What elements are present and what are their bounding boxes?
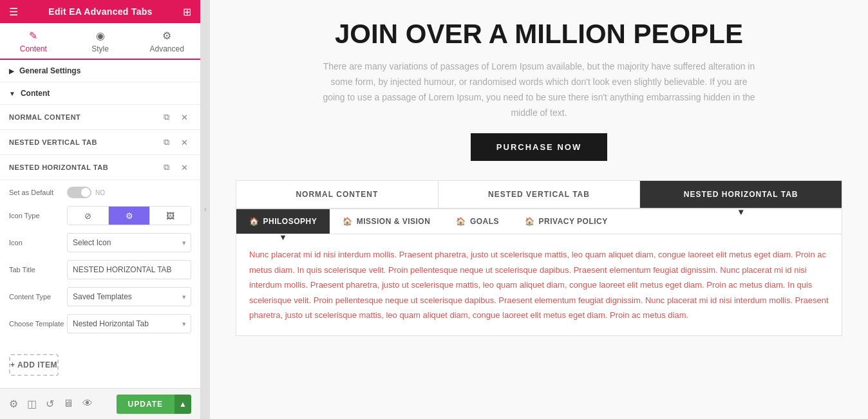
set-as-default-label: Set as Default [9,189,67,196]
content-type-row: Content Type Saved Templates [9,287,191,306]
toggle-no-label: NO [95,189,105,196]
general-settings-label: General Settings [19,66,80,75]
main-heading: JOIN OVER A MILLION PEOPLE [236,19,842,49]
device-icon[interactable]: 🖥 [63,398,73,410]
sub-tab-mission-label: MISSION & VISION [357,217,431,226]
mission-icon: 🏠 [343,217,353,226]
sub-tabs-nav: 🏠 PHILOSOPHY 🏠 MISSION & VISION 🏠 GOALS … [236,209,842,234]
tab-body-text: Nunc placerat mi id nisi interdum mollis… [249,247,829,322]
choose-template-row: Choose Template Nested Horizontal Tab [9,314,191,333]
item-row-nested-vertical: NESTED VERTICAL TAB ⧉ ✕ [0,130,200,155]
tab-style-label: Style [91,44,109,53]
tab-advanced[interactable]: ⚙ Advanced [133,23,200,60]
delete-normal-btn[interactable]: ✕ [177,110,191,124]
bottom-bar: ⚙ ◫ ↺ 🖥 👁 UPDATE ▲ [0,388,200,419]
content-section-header[interactable]: ▼ Content [0,82,200,105]
main-tab-nested-vertical[interactable]: NESTED VERTICAL TAB [439,181,641,208]
content-type-select-wrap: Saved Templates [67,287,191,306]
set-as-default-toggle[interactable] [67,187,91,198]
collapse-handle[interactable]: ‹ [201,0,210,419]
tab-title-input[interactable] [67,260,191,279]
bottom-icons: ⚙ ◫ ↺ 🖥 👁 [9,398,93,410]
general-settings-arrow: ▶ [9,68,14,75]
history-icon[interactable]: ↺ [46,398,54,410]
item-actions-nested-horizontal: ⧉ ✕ [159,160,191,174]
hamburger-icon[interactable]: ☰ [9,6,18,18]
icon-type-row: Icon Type ⊘ ⚙ 🖼 [9,206,191,225]
purchase-btn[interactable]: PURCHASE NOW [471,133,607,161]
tab-title-field-group [67,260,191,279]
duplicate-nested-horizontal-btn[interactable]: ⧉ [159,160,173,174]
form-section: Set as Default NO Icon Type ⊘ ⚙ 🖼 [0,180,200,348]
sub-tab-privacy[interactable]: 🏠 PRIVACY POLICY [512,209,621,234]
panel-content: ▶ General Settings ▼ Content NORMAL CONT… [0,60,200,388]
update-arrow-btn[interactable]: ▲ [175,395,191,414]
item-row-normal: NORMAL CONTENT ⧉ ✕ [0,105,200,130]
icon-row: Icon Select Icon [9,233,191,252]
right-panel: JOIN OVER A MILLION PEOPLE There are man… [210,0,868,419]
icon-select[interactable]: Select Icon [67,233,191,252]
update-btn-group: UPDATE ▲ [117,395,191,414]
delete-nested-horizontal-btn[interactable]: ✕ [177,160,191,174]
grid-icon[interactable]: ⊞ [183,6,191,18]
sub-tab-philosophy[interactable]: 🏠 PHILOSOPHY [236,209,330,234]
toggle-thumb [81,188,90,197]
icon-type-gear-btn[interactable]: ⚙ [109,207,150,225]
update-btn[interactable]: UPDATE [117,395,175,414]
content-tab-icon: ✎ [29,30,37,42]
icon-type-group: ⊘ ⚙ 🖼 [67,206,191,225]
icon-type-label: Icon Type [9,212,67,219]
choose-template-select[interactable]: Nested Horizontal Tab [67,314,191,333]
sub-tab-philosophy-label: PHILOSOPHY [263,217,317,226]
item-actions-nested-vertical: ⧉ ✕ [159,135,191,149]
tab-content[interactable]: ✎ Content [0,23,67,60]
icon-type-circle-btn[interactable]: ⊘ [68,207,109,225]
content-type-label: Content Type [9,293,67,301]
icon-type-image-btn[interactable]: 🖼 [150,207,191,225]
layers-icon[interactable]: ◫ [27,398,37,410]
style-tab-icon: ◉ [96,30,105,42]
icon-select-wrap: Select Icon [67,233,191,252]
top-bar-title: Edit EA Advanced Tabs [48,6,152,17]
main-tab-normal[interactable]: NORMAL CONTENT [236,181,439,208]
item-label-nested-horizontal: NESTED HORIZONTAL TAB [9,163,159,171]
content-section-arrow: ▼ [9,90,15,97]
general-settings-header[interactable]: ▶ General Settings [0,60,200,82]
tab-nav: ✎ Content ◉ Style ⚙ Advanced [0,23,200,60]
icon-label: Icon [9,239,67,247]
content-section-label: Content [21,89,50,98]
choose-template-select-wrap: Nested Horizontal Tab [67,314,191,333]
sub-tab-goals[interactable]: 🏠 GOALS [443,209,512,234]
set-as-default-row: Set as Default NO [9,187,191,198]
delete-nested-vertical-btn[interactable]: ✕ [177,135,191,149]
add-item-btn[interactable]: + ADD ITEM [9,354,59,376]
tab-title-row: Tab Title [9,260,191,279]
item-row-nested-horizontal: NESTED HORIZONTAL TAB ⧉ ✕ [0,155,200,180]
tab-advanced-label: Advanced [149,44,184,53]
top-bar: ☰ Edit EA Advanced Tabs ⊞ [0,0,200,23]
duplicate-normal-btn[interactable]: ⧉ [159,110,173,124]
tab-content-area: Nunc placerat mi id nisi interdum mollis… [236,234,842,335]
main-description: There are many variations of passages of… [320,59,758,120]
eye-icon[interactable]: 👁 [82,398,93,410]
item-label-nested-vertical: NESTED VERTICAL TAB [9,138,159,146]
philosophy-icon: 🏠 [249,217,259,226]
item-actions-normal: ⧉ ✕ [159,110,191,124]
content-type-select[interactable]: Saved Templates [67,287,191,306]
tab-style[interactable]: ◉ Style [67,23,134,60]
sub-tab-goals-label: GOALS [470,217,499,226]
main-tabs-nav: NORMAL CONTENT NESTED VERTICAL TAB NESTE… [236,181,842,209]
item-label-normal: NORMAL CONTENT [9,113,159,121]
main-tab-nested-horizontal[interactable]: NESTED HORIZONTAL TAB [640,181,842,208]
set-as-default-toggle-wrap: NO [67,187,191,198]
sub-tab-mission[interactable]: 🏠 MISSION & VISION [330,209,443,234]
tab-body-paragraph: Nunc placerat mi id nisi interdum mollis… [249,247,829,322]
tab-title-label: Tab Title [9,266,67,274]
left-panel: ☰ Edit EA Advanced Tabs ⊞ ✎ Content ◉ St… [0,0,201,419]
advanced-tab-icon: ⚙ [162,30,171,42]
tabs-container: NORMAL CONTENT NESTED VERTICAL TAB NESTE… [236,180,842,336]
goals-icon: 🏠 [456,217,466,226]
sub-tab-privacy-label: PRIVACY POLICY [539,217,608,226]
duplicate-nested-vertical-btn[interactable]: ⧉ [159,135,173,149]
settings-icon[interactable]: ⚙ [9,398,18,410]
